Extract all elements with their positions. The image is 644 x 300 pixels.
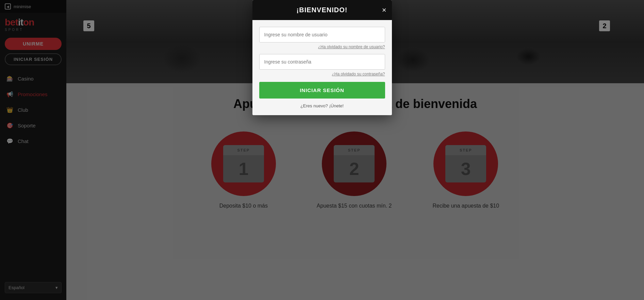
forgot-password-link[interactable]: ¿Ha olvidado su contraseña? [259,72,385,76]
modal-join-link[interactable]: ¿Eres nuevo? ¡Únete! [259,103,385,108]
modal-body: ¿Ha olvidado su nombre de usuario? ¿Ha o… [252,20,392,115]
modal-header: ¡BIENVENIDO! × [252,0,392,20]
username-input[interactable] [259,27,385,42]
modal-close-button[interactable]: × [382,6,386,14]
login-modal: ¡BIENVENIDO! × ¿Ha olvidado su nombre de… [252,0,392,115]
forgot-username-link[interactable]: ¿Ha olvidado su nombre de usuario? [259,45,385,49]
modal-login-button[interactable]: INICIAR SESIÓN [259,82,385,99]
password-input[interactable] [259,54,385,70]
modal-overlay: ¡BIENVENIDO! × ¿Ha olvidado su nombre de… [0,0,644,300]
modal-title: ¡BIENVENIDO! [297,6,348,14]
